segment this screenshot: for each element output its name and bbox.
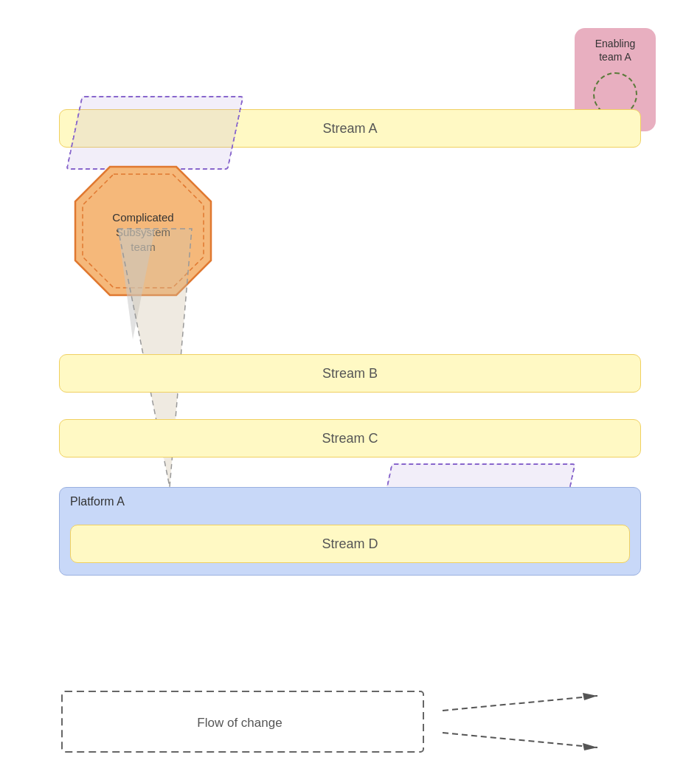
svg-marker-11 bbox=[583, 693, 597, 700]
complicated-subsystem-octagon: Complicated Subsystem team bbox=[69, 161, 217, 301]
stream-c-bar: Stream C bbox=[59, 419, 641, 457]
svg-marker-12 bbox=[583, 743, 597, 750]
diagram-container: Enabling team A Stream A Complicated Sub… bbox=[0, 0, 700, 777]
stream-b-bar: Stream B bbox=[59, 354, 641, 393]
stream-a-label: Stream A bbox=[322, 121, 377, 137]
svg-text:Subsystem: Subsystem bbox=[116, 226, 170, 238]
platform-a-container: Platform A Stream D bbox=[59, 487, 641, 576]
svg-line-9 bbox=[443, 696, 597, 711]
svg-text:Complicated: Complicated bbox=[112, 211, 173, 224]
stream-d-bar: Stream D bbox=[70, 525, 630, 563]
stream-d-label: Stream D bbox=[322, 536, 378, 552]
enabling-team-label: Enabling team A bbox=[595, 37, 636, 63]
stream-b-label: Stream B bbox=[322, 366, 378, 381]
svg-line-10 bbox=[443, 733, 597, 747]
flow-legend: Flow of change bbox=[59, 688, 642, 755]
parallelogram-stream-a bbox=[66, 96, 243, 170]
svg-text:Flow of change: Flow of change bbox=[197, 716, 282, 730]
svg-text:team: team bbox=[131, 241, 155, 253]
platform-a-label: Platform A bbox=[70, 495, 630, 508]
stream-c-label: Stream C bbox=[322, 431, 378, 446]
